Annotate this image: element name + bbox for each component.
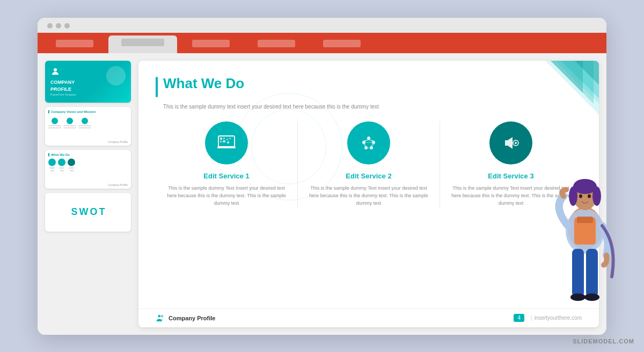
tab-4[interactable]: [245, 37, 308, 53]
company-icon: [50, 67, 60, 76]
svg-point-26: [158, 315, 161, 318]
svg-line-19: [369, 140, 374, 141]
svg-rect-5: [217, 147, 236, 148]
svg-rect-6: [220, 138, 222, 140]
thumb-mini-item-3: [78, 118, 91, 128]
svg-line-21: [371, 144, 374, 146]
service-title-3: Edit Service 3: [488, 172, 533, 180]
svg-rect-12: [227, 141, 229, 143]
tab-bar: [38, 33, 606, 53]
svg-rect-7: [223, 138, 225, 139]
service-title-2: Edit Service 2: [346, 172, 391, 180]
svg-rect-10: [226, 139, 228, 140]
footer-company-name: Company Profile: [169, 315, 215, 321]
thumb-service-line-6: [70, 170, 74, 171]
laptop-icon: [215, 132, 238, 154]
swot-o: O: [90, 206, 98, 218]
tab-2-active[interactable]: [108, 35, 177, 53]
thumb-circle-deco: [106, 66, 126, 85]
slide-title: What We Do: [163, 76, 244, 91]
thumb-service-line-4: [60, 170, 64, 171]
thumb-mini-item-2: [63, 118, 76, 128]
svg-point-27: [161, 315, 164, 318]
slide-subtitle: This is the sample dummy text insert you…: [163, 103, 431, 111]
svg-rect-9: [223, 140, 225, 142]
svg-line-18: [364, 140, 369, 141]
footer-logo-icon: [156, 313, 165, 323]
thumb-company-subtitle: PROFILE: [50, 86, 76, 93]
svg-rect-11: [229, 138, 231, 139]
thumb-mini-line-5: [78, 125, 91, 126]
main-slide: What We Do This is the sample dummy text…: [138, 61, 599, 327]
browser-body: COMPANY PROFILE PowerPoint Template Comp…: [38, 53, 606, 335]
thumb-company-title: COMPANY: [50, 79, 76, 86]
tab-5[interactable]: [310, 37, 374, 53]
brain-network-icon: [357, 132, 380, 154]
thumb-vision-header: Company Vision and Mission: [48, 110, 128, 113]
tab-1[interactable]: [43, 37, 106, 53]
thumb-service-line-3: [59, 167, 64, 169]
thumbnail-swot[interactable]: S W O T: [45, 193, 131, 232]
dot-1: [47, 23, 53, 28]
svg-point-13: [367, 137, 370, 140]
thumb-whatwedo-header: What We Do: [48, 153, 128, 156]
thumb-vision-footer: Company Profile: [108, 140, 128, 143]
svg-rect-8: [220, 141, 222, 142]
swot-s: S: [71, 206, 77, 218]
footer-url: insertyourthere.com: [535, 315, 582, 321]
service-card-2: Edit Service 2 This is the sample dummy …: [298, 121, 440, 207]
footer-divider: |: [531, 315, 532, 321]
thumb-mini-line-6: [78, 127, 91, 128]
service-text-1: This is the sample dummy Text Insert you…: [164, 184, 289, 207]
svg-line-20: [364, 144, 366, 146]
thumb-mini-items: [48, 118, 128, 128]
service-card-1: Edit Service 1 This is the sample dummy …: [156, 121, 298, 207]
thumb-mini-line-2: [48, 127, 61, 128]
swot-t: T: [99, 206, 105, 218]
thumb-service-line-1: [49, 167, 55, 169]
thumb-service-line-5: [69, 167, 74, 169]
thumb-mini-circle-1: [52, 118, 58, 124]
thumb-mini-line-1: [48, 125, 61, 126]
svg-point-0: [54, 68, 57, 71]
footer-page-number: 4: [514, 314, 524, 322]
svg-point-25: [515, 142, 517, 144]
thumb-company-sub2: PowerPoint Template: [50, 93, 76, 96]
thumbnail-vision-mission[interactable]: Company Vision and Mission: [45, 107, 131, 146]
slide-accent-bar: [156, 77, 158, 97]
tab-3[interactable]: [179, 37, 243, 53]
service-icon-circle-2: [347, 121, 390, 164]
dot-2: [56, 23, 61, 28]
browser-window: COMPANY PROFILE PowerPoint Template Comp…: [38, 18, 606, 335]
thumbnail-company-profile[interactable]: COMPANY PROFILE PowerPoint Template: [45, 61, 131, 103]
svg-point-14: [362, 141, 365, 144]
thumb-mini-line-4: [63, 127, 76, 128]
service-card-3: Edit Service 3 This is the sample dummy …: [440, 121, 582, 207]
slide-footer: Company Profile 4 | insertyourthere.com: [138, 308, 599, 327]
service-text-3: This is the sample dummy Text Insert you…: [449, 184, 573, 207]
service-icon-circle-3: [489, 121, 532, 164]
thumb-service-icon-3: [68, 159, 75, 166]
thumbnail-what-we-do[interactable]: What We Do: [45, 150, 131, 189]
megaphone-icon: [500, 132, 522, 154]
slide-header: What We Do: [156, 76, 582, 97]
browser-dots: [47, 23, 597, 28]
dot-3: [64, 23, 70, 28]
thumb-service-line-2: [50, 170, 54, 171]
thumb-whatwedo-footer: Company Profile: [108, 183, 128, 186]
browser-chrome: [38, 18, 606, 33]
service-icon-circle-1: [205, 121, 248, 164]
svg-point-15: [372, 141, 375, 144]
thumb-mini-line-3: [63, 125, 76, 126]
service-text-2: This is the sample dummy Text Insert you…: [306, 184, 431, 207]
footer-logo: Company Profile: [156, 313, 509, 323]
thumb-mini-circle-2: [67, 118, 73, 124]
services-grid: Edit Service 1 This is the sample dummy …: [156, 121, 582, 300]
slide-content-area: What We Do This is the sample dummy text…: [138, 61, 599, 308]
sidebar: COMPANY PROFILE PowerPoint Template Comp…: [45, 61, 131, 327]
thumb-mini-circle-3: [82, 118, 88, 124]
thumb-mini-item-1: [48, 118, 61, 128]
service-title-1: Edit Service 1: [203, 172, 249, 180]
slidemodel-watermark: SLIDEMODEL.COM: [573, 338, 634, 344]
thumb-service-icon-2: [58, 159, 65, 166]
